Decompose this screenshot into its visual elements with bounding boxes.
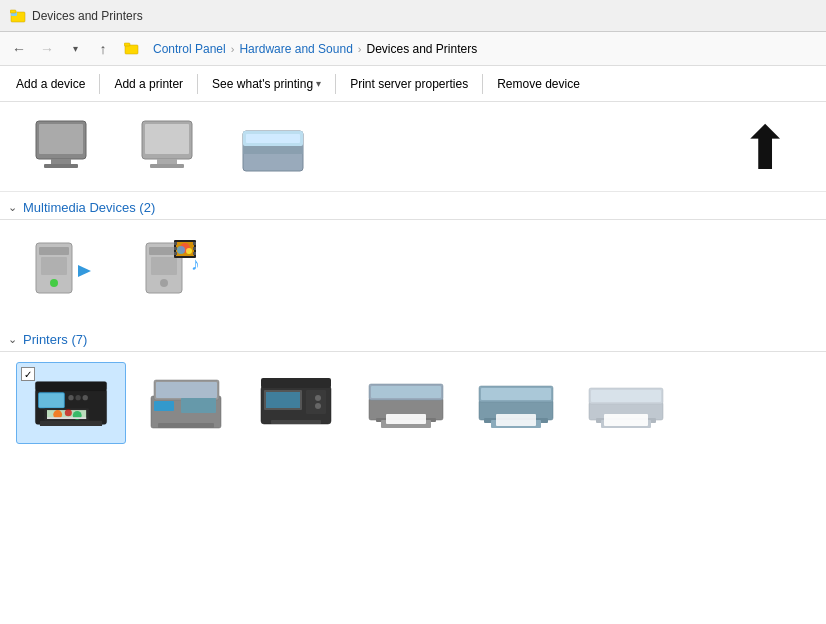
printer-icon-5 xyxy=(476,368,556,436)
svg-rect-52 xyxy=(47,417,86,419)
svg-rect-56 xyxy=(158,423,214,428)
see-printing-dropdown-arrow: ▾ xyxy=(316,78,321,89)
breadcrumb-icon xyxy=(124,41,140,57)
svg-rect-55 xyxy=(156,382,217,398)
add-device-button[interactable]: Add a device xyxy=(8,73,93,95)
svg-rect-15 xyxy=(246,134,300,143)
svg-rect-78 xyxy=(496,414,536,426)
svg-rect-44 xyxy=(40,421,102,426)
svg-point-50 xyxy=(65,409,72,416)
svg-rect-60 xyxy=(261,378,331,388)
title-bar-text: Devices and Printers xyxy=(32,9,143,23)
svg-rect-2 xyxy=(10,10,16,13)
toolbar-sep-1 xyxy=(99,74,100,94)
content-area: ⬆ ⌄ Multimedia Devices (2) xyxy=(0,102,826,624)
svg-rect-6 xyxy=(39,124,83,154)
toolbar: Add a device Add a printer See what's pr… xyxy=(0,66,826,102)
svg-rect-30 xyxy=(174,252,177,255)
multimedia-label: Multimedia Devices (2) xyxy=(23,200,155,215)
toolbar-sep-2 xyxy=(197,74,198,94)
remove-device-button[interactable]: Remove device xyxy=(489,73,588,95)
svg-rect-31 xyxy=(193,242,196,245)
breadcrumb-devices-printers: Devices and Printers xyxy=(363,41,480,57)
address-bar: ← → ▾ ↑ Control Panel › Hardware and Sou… xyxy=(0,32,826,66)
printer-item-3[interactable] xyxy=(246,362,346,444)
printer-icon-6 xyxy=(586,368,666,436)
multimedia-chevron: ⌄ xyxy=(8,201,17,214)
forward-button[interactable]: → xyxy=(36,38,58,60)
svg-point-41 xyxy=(68,395,73,400)
partial-device-1[interactable] xyxy=(16,112,106,185)
svg-rect-45 xyxy=(35,382,106,391)
svg-rect-57 xyxy=(154,401,174,411)
printer-item-1[interactable]: ✓ xyxy=(16,362,126,444)
add-printer-button[interactable]: Add a printer xyxy=(106,73,191,95)
svg-point-65 xyxy=(315,395,321,401)
toolbar-sep-4 xyxy=(482,74,483,94)
svg-rect-62 xyxy=(306,390,326,414)
printer-icon-3 xyxy=(256,368,336,436)
printers-chevron: ⌄ xyxy=(8,333,17,346)
up-button[interactable]: ↑ xyxy=(92,38,114,60)
svg-rect-69 xyxy=(371,386,441,398)
svg-rect-4 xyxy=(124,43,130,46)
printers-label: Printers (7) xyxy=(23,332,87,347)
svg-rect-12 xyxy=(150,164,184,168)
recent-button[interactable]: ▾ xyxy=(64,38,86,60)
printer-check-1: ✓ xyxy=(21,367,35,381)
svg-point-66 xyxy=(315,403,321,409)
breadcrumb: Control Panel › Hardware and Sound › Dev… xyxy=(150,41,480,57)
svg-rect-75 xyxy=(481,388,551,400)
title-bar: Devices and Printers xyxy=(0,0,826,32)
toolbar-sep-3 xyxy=(335,74,336,94)
svg-point-43 xyxy=(83,395,88,400)
printer-icon-4 xyxy=(366,368,446,436)
svg-point-35 xyxy=(177,246,185,254)
svg-rect-40 xyxy=(39,393,64,407)
svg-rect-64 xyxy=(266,392,300,408)
svg-rect-81 xyxy=(591,390,661,402)
svg-rect-10 xyxy=(145,124,189,154)
svg-rect-72 xyxy=(386,414,426,424)
svg-rect-61 xyxy=(271,420,321,424)
breadcrumb-hardware-sound[interactable]: Hardware and Sound xyxy=(236,41,355,57)
see-printing-button[interactable]: See what's printing ▾ xyxy=(204,73,329,95)
svg-rect-3 xyxy=(125,45,138,54)
printer-item-6[interactable] xyxy=(576,362,676,444)
printer-item-4[interactable] xyxy=(356,362,456,444)
partial-icons xyxy=(16,112,318,185)
svg-rect-20 xyxy=(41,257,67,275)
multimedia-icon-1 xyxy=(26,236,106,304)
top-partial-section: ⬆ xyxy=(0,102,826,192)
svg-rect-7 xyxy=(51,159,71,164)
multimedia-devices-grid: ♪ xyxy=(0,220,826,320)
title-bar-icon xyxy=(10,8,26,24)
svg-marker-21 xyxy=(78,265,91,277)
partial-device-2[interactable] xyxy=(122,112,212,185)
svg-rect-32 xyxy=(193,247,196,250)
svg-point-24 xyxy=(160,279,168,287)
partial-device-3[interactable] xyxy=(228,112,318,185)
print-server-button[interactable]: Print server properties xyxy=(342,73,476,95)
printers-grid: ✓ xyxy=(0,352,826,454)
printers-section-header[interactable]: ⌄ Printers (7) xyxy=(0,324,826,352)
svg-rect-11 xyxy=(157,159,177,164)
breadcrumb-control-panel[interactable]: Control Panel xyxy=(150,41,229,57)
svg-rect-58 xyxy=(181,398,216,413)
printer-item-5[interactable] xyxy=(466,362,566,444)
scroll-up-arrow[interactable]: ⬆ xyxy=(740,119,790,179)
svg-rect-8 xyxy=(44,164,78,168)
multimedia-section-header[interactable]: ⌄ Multimedia Devices (2) xyxy=(0,192,826,220)
svg-rect-25 xyxy=(151,257,177,275)
svg-point-19 xyxy=(50,279,58,287)
svg-rect-84 xyxy=(604,414,648,426)
svg-rect-28 xyxy=(174,242,177,245)
printer-item-2[interactable] xyxy=(136,362,236,444)
back-button[interactable]: ← xyxy=(8,38,30,60)
multimedia-device-2[interactable]: ♪ xyxy=(126,230,226,310)
svg-point-42 xyxy=(75,395,80,400)
breadcrumb-sep-2: › xyxy=(358,43,362,55)
svg-rect-29 xyxy=(174,247,177,250)
multimedia-device-1[interactable] xyxy=(16,230,116,310)
svg-rect-16 xyxy=(243,146,303,154)
